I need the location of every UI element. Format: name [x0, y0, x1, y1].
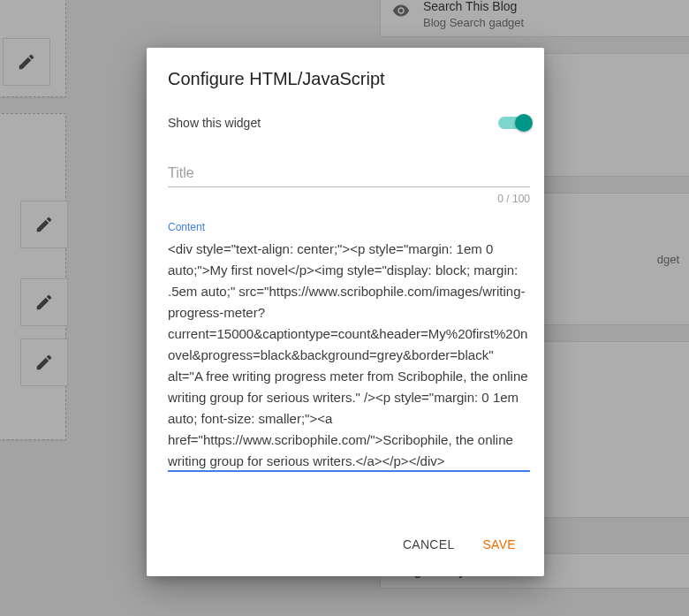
- title-char-counter: 0 / 100: [168, 193, 530, 205]
- title-input[interactable]: [168, 160, 530, 187]
- show-widget-row: Show this widget: [168, 98, 530, 146]
- cancel-button[interactable]: Cancel: [392, 530, 466, 559]
- dialog-scroll-area[interactable]: Show this widget 0 / 100 Content: [168, 98, 534, 513]
- dialog-body: Show this widget 0 / 100 Content: [147, 98, 544, 513]
- dialog-title: Configure HTML/JavaScript: [147, 48, 544, 98]
- dialog-actions: Cancel Save: [147, 513, 544, 576]
- title-field: 0 / 100: [168, 160, 530, 205]
- save-button[interactable]: Save: [472, 530, 526, 559]
- show-widget-toggle[interactable]: [498, 117, 530, 129]
- content-textarea[interactable]: [168, 239, 530, 472]
- content-field-label: Content: [168, 221, 530, 233]
- toggle-knob: [515, 114, 533, 132]
- configure-html-dialog: Configure HTML/JavaScript Show this widg…: [147, 48, 544, 576]
- show-widget-label: Show this widget: [168, 116, 261, 130]
